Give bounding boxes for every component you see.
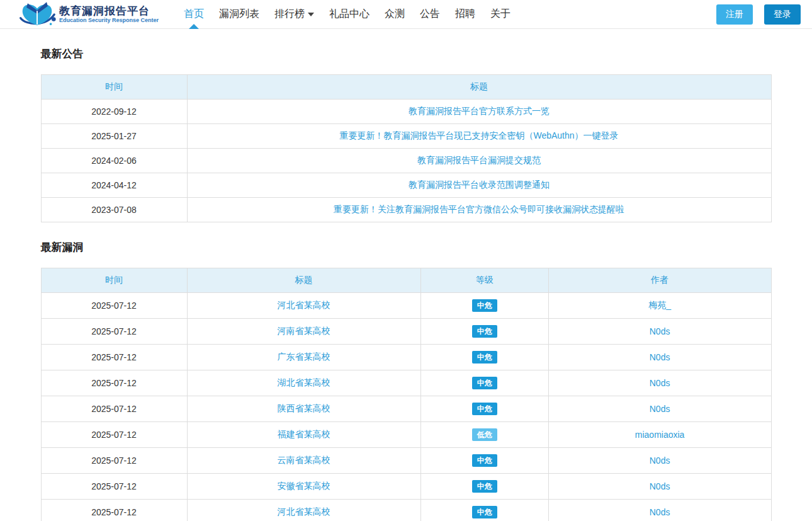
severity-badge: 中危 (472, 454, 497, 467)
vulnerability-level-cell: 中危 (420, 448, 548, 474)
vulnerability-title-link[interactable]: 陕西省某高校 (278, 403, 330, 413)
announcements-col-title: 标题 (187, 75, 771, 100)
brand[interactable]: 教育漏洞报告平台 Education Security Response Cen… (18, 1, 159, 28)
announcement-title-cell: 教育漏洞报告平台官方联系方式一览 (187, 100, 771, 124)
main-nav: 首页 漏洞列表 排行榜 礼品中心 众测 公告 招聘 关于 (176, 0, 518, 29)
platform-title: 教育漏洞报告平台 (59, 5, 159, 18)
announcement-title-link[interactable]: 重要更新！教育漏洞报告平台现已支持安全密钥（WebAuthn）一键登录 (339, 130, 618, 140)
vulnerability-author-cell: N0ds (548, 448, 771, 474)
vulnerability-title-link[interactable]: 河北省某高校 (278, 300, 330, 310)
severity-badge: 中危 (472, 377, 497, 389)
vulnerability-author-link[interactable]: N0ds (650, 378, 670, 388)
severity-badge: 低危 (472, 428, 497, 441)
register-button[interactable]: 注册 (716, 4, 753, 25)
announcement-title-link[interactable]: 重要更新！关注教育漏洞报告平台官方微信公众号即可接收漏洞状态提醒啦 (334, 204, 624, 214)
announcement-title-cell: 重要更新！关注教育漏洞报告平台官方微信公众号即可接收漏洞状态提醒啦 (187, 198, 771, 222)
nav-item-crowdtest[interactable]: 众测 (377, 0, 412, 29)
nav-item-announcements[interactable]: 公告 (412, 0, 448, 29)
vulnerability-date: 2025-07-12 (41, 422, 187, 448)
announcement-title-link[interactable]: 教育漏洞报告平台官方联系方式一览 (409, 106, 550, 116)
nav-item-home-label: 首页 (184, 8, 204, 21)
vulnerability-author-cell: 梅苑_ (548, 293, 771, 319)
announcement-title-link[interactable]: 教育漏洞报告平台收录范围调整通知 (409, 180, 550, 190)
login-button[interactable]: 登录 (764, 4, 801, 25)
nav-item-jobs[interactable]: 招聘 (448, 0, 483, 29)
announcement-title-cell: 教育漏洞报告平台收录范围调整通知 (187, 173, 771, 198)
vulnerability-row: 2025-07-12 安徽省某高校 中危 N0ds (41, 474, 771, 500)
vulnerabilities-col-level: 等级 (420, 268, 548, 293)
vulnerability-title-link[interactable]: 安徽省某高校 (278, 481, 330, 491)
vulnerabilities-table: 时间 标题 等级 作者 2025-07-12 河北省某高校 中危 梅苑_ (41, 268, 772, 521)
vulnerabilities-header-row: 时间 标题 等级 作者 (41, 268, 771, 293)
vulnerability-row: 2025-07-12 河南省某高校 中危 N0ds (41, 319, 771, 345)
vulnerability-row: 2025-07-12 湖北省某高校 中危 N0ds (41, 370, 771, 396)
vulnerability-author-cell: N0ds (548, 474, 771, 500)
vulnerabilities-col-author: 作者 (548, 268, 771, 293)
vulnerability-row: 2025-07-12 陕西省某高校 中危 N0ds (41, 396, 771, 422)
chevron-down-icon (308, 13, 314, 16)
announcements-table: 时间 标题 2022-09-12 教育漏洞报告平台官方联系方式一览 2025-0… (41, 74, 772, 222)
nav-item-gift-center-label: 礼品中心 (329, 8, 369, 21)
vulnerability-author-link[interactable]: N0ds (650, 455, 670, 466)
vulnerability-title-link[interactable]: 河北省某高校 (278, 507, 330, 517)
nav-item-jobs-label: 招聘 (455, 8, 475, 21)
vulnerabilities-col-title: 标题 (187, 268, 420, 293)
vulnerability-author-cell: N0ds (548, 500, 771, 521)
nav-item-ranking[interactable]: 排行榜 (267, 0, 322, 29)
vulnerability-author-cell: N0ds (548, 396, 771, 422)
top-navbar: 教育漏洞报告平台 Education Security Response Cen… (0, 0, 812, 29)
vulnerability-title-cell: 河北省某高校 (187, 293, 420, 319)
vulnerability-date: 2025-07-12 (41, 319, 187, 345)
vulnerability-level-cell: 中危 (420, 370, 548, 396)
vulnerability-title-cell: 湖北省某高校 (187, 370, 420, 396)
announcement-title-link[interactable]: 教育漏洞报告平台漏洞提交规范 (417, 155, 541, 165)
main-content: 最新公告 时间 标题 2022-09-12 教育漏洞报告平台官方联系方式一览 2… (41, 47, 772, 521)
announcement-row: 2024-02-06 教育漏洞报告平台漏洞提交规范 (41, 149, 771, 173)
announcements-header-row: 时间 标题 (41, 75, 771, 100)
vulnerability-title-cell: 云南省某高校 (187, 448, 420, 474)
announcement-row: 2025-01-27 重要更新！教育漏洞报告平台现已支持安全密钥（WebAuth… (41, 124, 771, 149)
nav-item-home[interactable]: 首页 (176, 0, 211, 29)
vulnerability-author-link[interactable]: N0ds (650, 481, 670, 491)
vulnerability-date: 2025-07-12 (41, 500, 187, 521)
vulnerability-author-link[interactable]: N0ds (650, 507, 670, 517)
vulnerability-title-link[interactable]: 福建省某高校 (278, 429, 330, 439)
platform-subtitle: Education Security Response Center (59, 17, 159, 23)
announcement-title-cell: 教育漏洞报告平台漏洞提交规范 (187, 149, 771, 173)
vulnerability-date: 2025-07-12 (41, 345, 187, 370)
nav-item-about[interactable]: 关于 (483, 0, 518, 29)
vulnerability-author-cell: N0ds (548, 370, 771, 396)
vulnerability-title-link[interactable]: 广东省某高校 (278, 352, 330, 362)
nav-item-vuln-list[interactable]: 漏洞列表 (211, 0, 267, 29)
announcement-row: 2023-07-08 重要更新！关注教育漏洞报告平台官方微信公众号即可接收漏洞状… (41, 198, 771, 222)
vulnerability-author-link[interactable]: N0ds (650, 326, 670, 336)
nav-item-about-label: 关于 (490, 8, 510, 21)
vulnerability-row: 2025-07-12 河北省某高校 中危 梅苑_ (41, 293, 771, 319)
vulnerability-title-link[interactable]: 河南省某高校 (278, 326, 330, 336)
nav-item-gift-center[interactable]: 礼品中心 (322, 0, 377, 29)
auth-buttons: 注册 登录 (716, 4, 803, 25)
vulnerability-level-cell: 中危 (420, 396, 548, 422)
vulnerability-author-link[interactable]: miaomiaoxia (635, 430, 685, 440)
vulnerability-title-cell: 安徽省某高校 (187, 474, 420, 500)
vulnerability-level-cell: 中危 (420, 293, 548, 319)
vulnerability-date: 2025-07-12 (41, 396, 187, 422)
vulnerability-date: 2025-07-12 (41, 448, 187, 474)
vulnerability-level-cell: 低危 (420, 422, 548, 448)
nav-item-announcements-label: 公告 (420, 8, 440, 21)
announcement-title-cell: 重要更新！教育漏洞报告平台现已支持安全密钥（WebAuthn）一键登录 (187, 124, 771, 149)
vulnerability-author-cell: N0ds (548, 319, 771, 345)
vulnerability-title-link[interactable]: 湖北省某高校 (278, 377, 330, 387)
platform-logo-icon (18, 1, 57, 28)
vulnerability-date: 2025-07-12 (41, 370, 187, 396)
vulnerability-level-cell: 中危 (420, 500, 548, 521)
vulnerability-date: 2025-07-12 (41, 474, 187, 500)
announcements-heading: 最新公告 (41, 47, 772, 61)
announcement-date: 2024-04-12 (41, 173, 187, 198)
vulnerability-author-link[interactable]: 梅苑_ (648, 300, 671, 310)
vulnerability-author-link[interactable]: N0ds (650, 352, 670, 362)
announcement-date: 2025-01-27 (41, 124, 187, 149)
vulnerability-author-link[interactable]: N0ds (650, 404, 670, 414)
vulnerability-row: 2025-07-12 福建省某高校 低危 miaomiaoxia (41, 422, 771, 448)
vulnerability-title-link[interactable]: 云南省某高校 (278, 455, 330, 465)
